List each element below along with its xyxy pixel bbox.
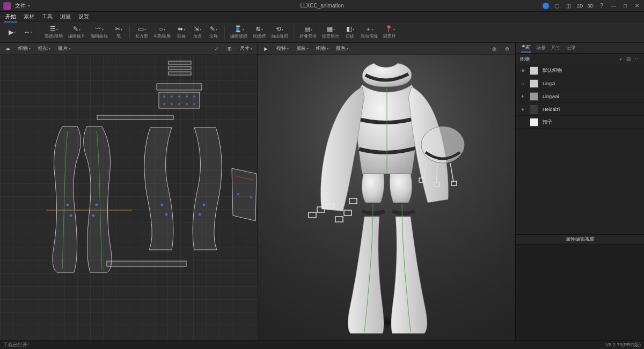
panel2d-tab-fabric[interactable]: 织物▾	[16, 44, 33, 53]
ribbon-separator	[294, 25, 294, 39]
ribbon-tool-21[interactable]: ＋▾添加假缝	[358, 23, 380, 42]
panel2d-tab-pattern[interactable]: 版片▾	[56, 44, 72, 53]
fabric-swatch[interactable]	[530, 118, 538, 127]
panel2d-collapse-icon[interactable]: ◂▸	[3, 46, 13, 52]
svg-rect-35	[335, 217, 343, 222]
fabric-layer-name: Lingwai	[543, 94, 559, 99]
panel3d-tab-garment[interactable]: 服装▾	[294, 44, 311, 53]
panel3d-tab-color[interactable]: 颜色▾	[334, 44, 350, 53]
tab-size[interactable]: 尺寸	[551, 44, 561, 51]
menu-tools[interactable]: 工具	[42, 13, 53, 20]
ribbon-tool-5[interactable]: 〰▾编辑曲线	[89, 23, 110, 42]
ribbon-tool-10[interactable]: ⬌▾延展	[174, 23, 189, 42]
ribbon-tool-20[interactable]: ◧▾归拔	[342, 23, 357, 42]
ribbon-tool-1[interactable]: ↔▾	[20, 23, 35, 42]
fabric-layer-row[interactable]: ✦Lingwai	[516, 90, 644, 103]
panel2d-fit-icon[interactable]: ⤢	[212, 44, 222, 54]
fabric-layer-row[interactable]: ●Heidaizi	[516, 103, 644, 116]
pattern-collar-small[interactable]	[166, 60, 193, 78]
fabric-layer-row[interactable]: 扣子	[516, 116, 644, 129]
layout-split-icon[interactable]: ◫	[565, 3, 573, 9]
svg-point-7	[193, 95, 195, 98]
fabric-swatch[interactable]	[530, 79, 538, 88]
panel2d-grid-icon[interactable]: ⊞	[225, 44, 235, 54]
ribbon-tool-icon: ◧▾	[346, 25, 354, 33]
ribbon-tool-icon: ⇲▾	[194, 25, 201, 33]
ribbon-tool-14[interactable]: 🧵▾编辑缝纫	[228, 23, 250, 42]
ribbon-tool-12[interactable]: ✎▾注释	[206, 23, 221, 42]
pattern-strap[interactable]	[106, 261, 187, 267]
pattern-body-right[interactable]	[137, 124, 229, 253]
panel3d-record-icon[interactable]: ◎	[489, 44, 499, 54]
more-icon[interactable]: ⋯	[635, 56, 640, 62]
ribbon-tool-22[interactable]: 📍▾固定针	[381, 23, 398, 42]
menu-start[interactable]: 开始	[5, 13, 16, 20]
ribbon-tool-15[interactable]: ≋▾线缝纫	[251, 23, 268, 42]
garment-3d-model[interactable]	[298, 59, 475, 339]
svg-point-16	[70, 214, 72, 217]
ribbon-tool-9[interactable]: ○▾勾勒轮廓	[151, 23, 173, 42]
visibility-toggle-icon[interactable]: ✦	[520, 94, 525, 99]
fabric-layer-row[interactable]: ○Lingzi	[516, 77, 644, 90]
tab-scene[interactable]: 场景	[536, 44, 546, 51]
pattern-yoke[interactable]	[153, 80, 205, 112]
ribbon-tool-3[interactable]: ☰▾选择/移动	[42, 23, 65, 42]
menu-measure[interactable]: 测量	[60, 13, 71, 20]
ribbon-tool-label: 选择/移动	[45, 33, 63, 39]
viewport-2d[interactable]	[0, 55, 258, 340]
fabric-swatch[interactable]	[530, 66, 538, 75]
fabric-layer-row[interactable]: 👁默认织物	[516, 64, 644, 77]
ribbon-tool-18[interactable]: ▤▾折叠安排	[297, 23, 319, 42]
panel2d-size[interactable]: 尺寸▾	[238, 44, 254, 53]
add-fabric-icon[interactable]: ＋	[618, 56, 623, 62]
panel3d-play-icon[interactable]: ▶	[261, 44, 271, 54]
list-view-icon[interactable]: ▤	[626, 56, 631, 62]
menu-assets[interactable]: 素材	[24, 13, 34, 20]
tab-current[interactable]: 当前	[521, 44, 531, 53]
menu-settings[interactable]: 设置	[78, 13, 89, 20]
property-editor: 属性编辑视窗	[516, 234, 644, 340]
help-icon[interactable]: ?	[598, 3, 605, 9]
svg-rect-2	[169, 72, 191, 75]
file-menu[interactable]: 文件 ▾	[15, 2, 30, 10]
ribbon-tool-label: 勾勒轮廓	[153, 33, 171, 39]
sync-status-icon[interactable]	[543, 3, 549, 9]
viewport-3d[interactable]	[258, 55, 516, 340]
ribbon-tool-8[interactable]: ▭▾长方形	[133, 23, 150, 42]
ribbon-tool-icon: 〰▾	[95, 25, 104, 33]
mode-3d[interactable]: 3D	[587, 3, 594, 9]
close-icon[interactable]: ✕	[633, 3, 641, 9]
ribbon-tool-icon: ✂▾	[115, 25, 122, 33]
ribbon-tool-label: 编辑缝纫	[230, 33, 247, 39]
fabric-swatch[interactable]	[530, 92, 538, 101]
mode-2d[interactable]: 2D	[577, 3, 583, 9]
pattern-belt[interactable]	[97, 115, 174, 120]
ribbon-tool-11[interactable]: ⇲▾加点	[190, 23, 205, 42]
panel3d-add-icon[interactable]: ⊕	[502, 44, 512, 54]
chevron-down-icon: ▾	[353, 27, 354, 31]
ribbon-tool-19[interactable]: ▦▾设定层次	[320, 23, 341, 42]
panel3d-tab-fabric[interactable]: 织物▾	[314, 44, 331, 53]
visibility-toggle-icon[interactable]: ●	[520, 107, 525, 112]
ribbon-tool-16[interactable]: ⟲▾自由缝纫	[269, 23, 290, 42]
document-title: LLXCC_animation	[300, 3, 343, 9]
ribbon-tool-icon: ＋▾	[365, 25, 374, 33]
ribbon-tool-4[interactable]: ✎▾编辑板片	[66, 23, 87, 42]
ribbon-tool-0[interactable]: ▶▾	[4, 23, 19, 42]
visibility-toggle-icon[interactable]: ○	[520, 81, 525, 86]
chevron-down-icon: ▾	[282, 27, 283, 31]
fabric-swatch[interactable]	[530, 105, 538, 114]
layout-square-icon[interactable]: ▢	[553, 3, 561, 9]
chevron-down-icon: ▾	[311, 27, 312, 31]
ribbon-tool-label: 长方形	[135, 33, 148, 39]
tab-history[interactable]: 记录	[566, 44, 576, 51]
pattern-bag-flap[interactable]	[231, 167, 258, 226]
pattern-body-left[interactable]	[46, 124, 132, 274]
minimize-icon[interactable]: —	[610, 3, 617, 9]
maximize-icon[interactable]: □	[621, 3, 629, 9]
ribbon-tool-6[interactable]: ✂▾笔	[111, 23, 126, 42]
visibility-toggle-icon[interactable]: 👁	[520, 68, 525, 73]
fabric-layer-name: 扣子	[543, 118, 552, 125]
panel3d-tab-avatar[interactable]: 模特▾	[274, 44, 291, 53]
panel2d-tab-button[interactable]: 纽扣▾	[36, 44, 53, 53]
